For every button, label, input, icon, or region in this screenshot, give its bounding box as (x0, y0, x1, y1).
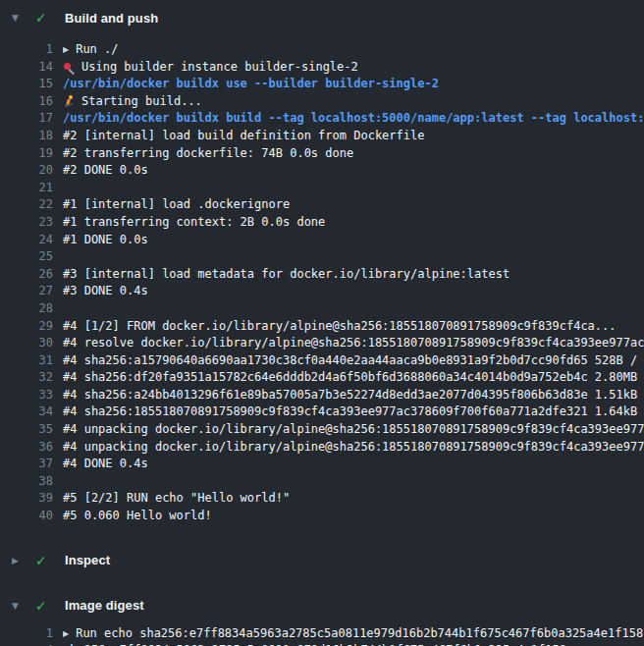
log-line: 19#2 transferring dockerfile: 74B 0.0s d… (0, 145, 644, 163)
line-number[interactable]: 27 (0, 283, 53, 300)
line-number[interactable]: 20 (0, 162, 53, 180)
chevron-right-icon: ▶ (12, 556, 27, 565)
line-number[interactable]: 16 (0, 93, 53, 111)
log-line: 30#4 resolve docker.io/library/alpine@sh… (0, 335, 644, 352)
section-header-build-and-push[interactable]: ▼✓Build and push (0, 0, 644, 35)
log-line: 22#1 [internal] load .dockerignore (0, 196, 644, 214)
log-line: 24#1 DONE 0.0s (0, 232, 644, 249)
log-text: Starting build... (63, 93, 202, 111)
log-text-content: #2 [internal] load build definition from… (63, 128, 424, 145)
log-text-content: #2 DONE 0.0s (63, 162, 148, 180)
line-number[interactable]: 1 (0, 41, 53, 59)
log-text: #4 DONE 0.4s (63, 456, 148, 473)
log-text: #4 unpacking docker.io/library/alpine@sh… (63, 439, 644, 457)
line-number[interactable]: 37 (0, 456, 53, 473)
log-text-content: Using builder instance builder-single-2 (81, 59, 358, 77)
log-line: 15/usr/bin/docker buildx use --builder b… (0, 76, 644, 93)
log-text-content: #4 sha256:a15790640a6690aa1730c38cf0a440… (63, 352, 644, 370)
line-number[interactable]: 1 (0, 625, 53, 643)
log-text: #1 transferring context: 2B 0.0s done (63, 214, 325, 232)
play-icon[interactable]: ▶ (63, 41, 69, 59)
line-number[interactable]: 14 (0, 59, 53, 77)
section-title: Inspect (65, 553, 110, 567)
log-text-content: sha256:e7ff8834a5963a2785c5a0811e979d16b… (63, 642, 566, 646)
line-number[interactable]: 28 (0, 300, 53, 318)
log-text-content: #4 sha256:185518070891758909c9f839cf4ca3… (63, 404, 644, 421)
log-line: 28 (0, 300, 644, 318)
log-text: ▶Run ./ (63, 41, 119, 59)
log-line: 21 (0, 180, 644, 197)
log-line: 17/usr/bin/docker buildx build --tag loc… (0, 110, 644, 128)
line-number[interactable]: 29 (0, 318, 53, 336)
log-text-content: #4 unpacking docker.io/library/alpine@sh… (63, 421, 644, 439)
log-text-content: #1 transferring context: 2B 0.0s done (63, 214, 325, 232)
success-check-icon: ✓ (35, 598, 51, 614)
log-text-content: Run ./ (76, 41, 118, 59)
section-title: Build and push (65, 11, 158, 26)
line-number[interactable]: 33 (0, 387, 53, 404)
log-line: 38 (0, 473, 644, 491)
section-gap (0, 578, 644, 588)
log-line: 39#5 [2/2] RUN echo "Hello world!" (0, 490, 644, 508)
play-icon[interactable]: ▶ (63, 625, 69, 643)
success-check-icon: ✓ (35, 553, 51, 568)
log-line: 18#2 [internal] load build definition fr… (0, 128, 644, 145)
log-line: 35#4 unpacking docker.io/library/alpine@… (0, 421, 644, 439)
line-number[interactable]: 4 (0, 642, 53, 646)
section-body-image-digest: 1▶Run echo sha256:e7ff8834a5963a2785c5a0… (0, 623, 644, 646)
line-number[interactable]: 23 (0, 214, 53, 232)
log-line: 14Using builder instance builder-single-… (0, 59, 644, 77)
line-number[interactable]: 15 (0, 76, 53, 93)
runner-icon (63, 95, 76, 109)
line-number[interactable]: 19 (0, 145, 53, 163)
line-number[interactable]: 38 (0, 473, 53, 491)
line-number[interactable]: 40 (0, 508, 53, 525)
log-text-content: /usr/bin/docker buildx build --tag local… (63, 110, 644, 128)
log-text: #4 sha256:185518070891758909c9f839cf4ca3… (63, 404, 644, 421)
line-number[interactable]: 25 (0, 248, 53, 266)
log-text: #1 DONE 0.0s (63, 232, 148, 249)
log-text-content: #2 transferring dockerfile: 74B 0.0s don… (63, 145, 353, 163)
line-number[interactable]: 31 (0, 352, 53, 370)
log-text-content: #5 [2/2] RUN echo "Hello world!" (63, 490, 290, 508)
log-text-content: Starting build... (81, 93, 202, 111)
log-line: 16Starting build... (0, 93, 644, 111)
log-text: /usr/bin/docker buildx build --tag local… (63, 110, 644, 128)
log-line: 34#4 sha256:185518070891758909c9f839cf4c… (0, 404, 644, 421)
section-gap (0, 533, 644, 543)
line-number[interactable]: 32 (0, 369, 53, 387)
log-line: 23#1 transferring context: 2B 0.0s done (0, 214, 644, 232)
line-number[interactable]: 24 (0, 232, 53, 249)
log-line: 1▶Run echo sha256:e7ff8834a5963a2785c5a0… (0, 625, 644, 643)
log-text-content: #3 [internal] load metadata for docker.i… (63, 266, 510, 284)
log-text: #4 [1/2] FROM docker.io/library/alpine@s… (63, 318, 617, 336)
log-text-content: #4 sha256:a24bb4013296f61e89ba57005a7b3e… (63, 387, 644, 404)
line-number[interactable]: 21 (0, 180, 53, 197)
log-text: #2 transferring dockerfile: 74B 0.0s don… (63, 145, 353, 163)
log-text: #1 [internal] load .dockerignore (63, 196, 290, 214)
log-line: 20#2 DONE 0.0s (0, 162, 644, 180)
line-number[interactable]: 35 (0, 421, 53, 439)
line-number[interactable]: 17 (0, 110, 53, 128)
log-text: #3 DONE 0.4s (63, 283, 148, 300)
line-number[interactable]: 36 (0, 439, 53, 457)
section-header-image-digest[interactable]: ▼✓Image digest (0, 588, 644, 623)
actions-log-viewer: ▼✓Build and push1▶Run ./14Using builder … (0, 0, 644, 646)
line-number[interactable]: 39 (0, 490, 53, 508)
log-line: 1▶Run ./ (0, 41, 644, 59)
log-text: #3 [internal] load metadata for docker.i… (63, 266, 510, 284)
log-text-content: #3 DONE 0.4s (63, 283, 148, 300)
section-header-inspect[interactable]: ▶✓Inspect (0, 543, 644, 578)
log-text-content: /usr/bin/docker buildx use --builder bui… (63, 76, 439, 93)
log-line: 4sha256:e7ff8834a5963a2785c5a0811e979d16… (0, 642, 644, 646)
line-number[interactable]: 26 (0, 266, 53, 284)
line-number[interactable]: 34 (0, 404, 53, 421)
log-text: #4 resolve docker.io/library/alpine@sha2… (63, 335, 644, 352)
line-number[interactable]: 22 (0, 196, 53, 214)
log-text: #2 [internal] load build definition from… (63, 128, 424, 145)
pin-icon (63, 61, 76, 74)
log-line: 25 (0, 248, 644, 266)
line-number[interactable]: 18 (0, 128, 53, 145)
log-text-content: #1 DONE 0.0s (63, 232, 148, 249)
line-number[interactable]: 30 (0, 335, 53, 352)
